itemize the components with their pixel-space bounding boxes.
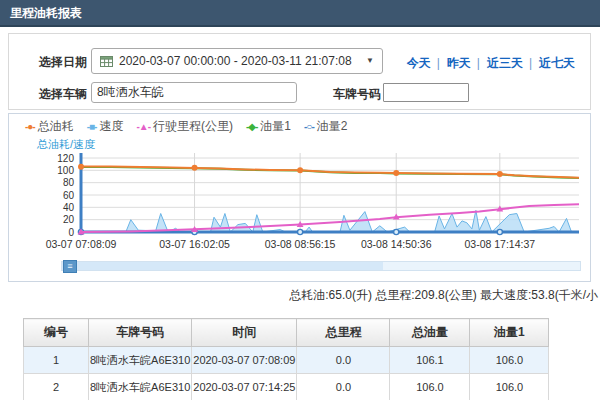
cell-total-mileage: 0.0 [297,374,390,400]
page-title-bar: 里程油耗报表 [0,0,600,27]
line-triangle-marker-icon: -▲- [136,121,150,132]
col-header-time: 时间 [192,319,297,347]
legend-item-mileage[interactable]: -▲- 行驶里程(公里) [136,118,233,135]
report-table: 编号 车牌号码 时间 总里程 总油量 油量1 1 8吨洒水车皖A6E310 20… [23,318,549,400]
link-yesterday[interactable]: 昨天 [434,55,474,72]
totals-summary: 总耗油:65.0(升) 总里程:209.8(公里) 最大速度:53.8(千米/小 [289,287,598,304]
legend-item-speed[interactable]: -■- 速度 [87,118,124,135]
table-header-row: 编号 车牌号码 时间 总里程 总油量 油量1 [24,319,549,347]
chevron-down-icon: ▼ [366,57,374,65]
cell-no: 1 [24,347,89,374]
chart-legend: -●- 总油耗 -■- 速度 -▲- 行驶里程(公里) -◆- 油量1 -○- … [25,118,347,135]
svg-text:03-08 17:14:37: 03-08 17:14:37 [464,238,535,250]
date-label: 选择日期 [39,54,87,71]
legend-label: 油量2 [317,118,348,135]
col-header-total-fuel: 总油量 [390,319,470,347]
calendar-icon [100,55,113,67]
link-last-3-days[interactable]: 近三天 [474,55,526,72]
cell-fuel1: 106.0 [470,347,549,374]
svg-text:03-08 08:56:15: 03-08 08:56:15 [265,238,336,250]
svg-text:03-07 16:02:05: 03-07 16:02:05 [159,238,230,250]
quick-date-links: 今天 昨天 近三天 近七天 [404,55,578,72]
cell-time: 2020-03-07 07:14:25 [192,374,297,400]
datazoom-range [62,262,383,270]
date-range-picker[interactable]: 2020-03-07 00:00:00 - 2020-03-11 21:07:0… [91,48,383,74]
svg-text:03-07 07:08:09: 03-07 07:08:09 [46,238,117,250]
col-header-plate: 车牌号码 [89,319,192,347]
legend-label: 油量1 [260,118,291,135]
legend-item-fuel2[interactable]: -○- 油量2 [304,118,347,135]
plate-number-input[interactable] [383,83,469,102]
svg-text:03-08 14:50:36: 03-08 14:50:36 [361,238,432,250]
line-square-marker-icon: -■- [87,121,97,132]
page-title: 里程油耗报表 [10,6,82,20]
svg-text:0: 0 [68,227,74,238]
chart-datazoom-scrollbar[interactable]: ≡ [61,261,581,271]
link-today[interactable]: 今天 [404,55,434,72]
legend-label: 行驶里程(公里) [153,118,233,135]
col-header-fuel1: 油量1 [470,319,549,347]
col-header-no: 编号 [24,319,89,347]
svg-text:60: 60 [63,190,75,201]
cell-no: 2 [24,374,89,400]
line-circle-marker-icon: -●- [25,121,35,132]
date-range-value: 2020-03-07 00:00:00 - 2020-03-11 21:07:0… [119,54,360,68]
col-header-total-mileage: 总里程 [297,319,390,347]
svg-text:100: 100 [57,165,74,176]
vehicle-input[interactable] [91,82,297,103]
cell-plate: 8吨洒水车皖A6E310 [89,374,192,400]
fuel-speed-line-chart: 02040608010012003-07 07:08:0903-07 16:02… [35,150,591,262]
table-row[interactable]: 2 8吨洒水车皖A6E310 2020-03-07 07:14:25 0.0 1… [24,374,549,400]
svg-text:80: 80 [63,177,75,188]
legend-label: 速度 [99,118,123,135]
datazoom-handle-icon[interactable]: ≡ [63,260,77,273]
filter-panel: 选择日期 2020-03-07 00:00:00 - 2020-03-11 21… [8,33,591,110]
legend-item-total-fuel[interactable]: -●- 总油耗 [25,118,74,135]
svg-text:120: 120 [57,153,74,164]
cell-total-mileage: 0.0 [297,347,390,374]
cell-time: 2020-03-07 07:08:09 [192,347,297,374]
link-last-7-days[interactable]: 近七天 [526,55,578,72]
legend-item-fuel1[interactable]: -◆- 油量1 [246,118,291,135]
chart-panel: -●- 总油耗 -■- 速度 -▲- 行驶里程(公里) -◆- 油量1 -○- … [8,113,591,282]
plate-label: 车牌号码 [333,86,381,103]
svg-text:20: 20 [63,214,75,225]
line-open-circle-marker-icon: -○- [304,121,314,132]
table-row[interactable]: 1 8吨洒水车皖A6E310 2020-03-07 07:08:09 0.0 1… [24,347,549,374]
legend-label: 总油耗 [38,118,74,135]
line-diamond-marker-icon: -◆- [246,121,257,132]
svg-text:40: 40 [63,202,75,213]
cell-fuel1: 106.0 [470,374,549,400]
cell-total-fuel: 106.1 [390,347,470,374]
vehicle-label: 选择车辆 [39,86,87,103]
cell-total-fuel: 106.0 [390,374,470,400]
cell-plate: 8吨洒水车皖A6E310 [89,347,192,374]
